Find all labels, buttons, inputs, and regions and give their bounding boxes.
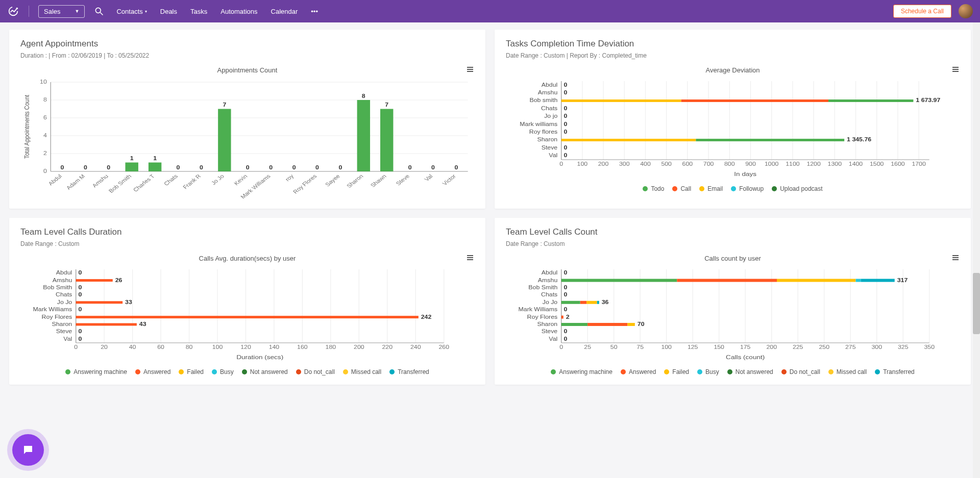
nav-tabs: Contacts▾ Deals Tasks Automations Calend…	[116, 8, 317, 15]
svg-rect-246	[561, 316, 564, 319]
app-logo-icon[interactable]	[7, 5, 19, 17]
svg-text:Roy Flores: Roy Flores	[527, 314, 558, 320]
svg-rect-241	[597, 301, 599, 304]
svg-text:150: 150	[714, 344, 724, 350]
svg-text:6: 6	[43, 115, 47, 120]
svg-text:0: 0	[564, 153, 568, 158]
svg-text:Chats: Chats	[541, 292, 558, 297]
chart-title: Calls Avg. duration(secs) by user	[20, 255, 474, 262]
legend-entry[interactable]: Todo	[643, 185, 664, 192]
svg-text:900: 900	[745, 161, 756, 167]
legend-color-dot	[343, 369, 348, 374]
svg-text:Amshu: Amshu	[538, 90, 557, 95]
svg-text:0: 0	[177, 165, 180, 170]
legend-entry[interactable]: Do not_call	[296, 368, 335, 375]
nav-tab-automations[interactable]: Automations	[220, 8, 257, 15]
legend-entry[interactable]: Answering machine	[551, 368, 612, 375]
svg-text:0: 0	[79, 307, 82, 312]
legend-entry[interactable]: Busy	[212, 368, 234, 375]
svg-text:100: 100	[661, 344, 672, 350]
legend-label: Call	[680, 185, 691, 192]
legend-entry[interactable]: Missed call	[828, 368, 867, 375]
svg-text:Sharon: Sharon	[537, 321, 557, 327]
svg-text:Roy Flores: Roy Flores	[42, 314, 72, 320]
svg-text:200: 200	[598, 161, 609, 167]
svg-text:0: 0	[74, 344, 78, 350]
module-selector[interactable]: Sales ▼	[38, 5, 85, 18]
nav-divider	[29, 6, 29, 17]
svg-rect-110	[561, 99, 681, 102]
legend-entry[interactable]: Followup	[731, 185, 764, 192]
svg-text:275: 275	[845, 344, 856, 350]
search-icon[interactable]	[94, 6, 104, 16]
legend-entry[interactable]: Email	[699, 185, 723, 192]
legend-entry[interactable]: Not answered	[242, 368, 288, 375]
svg-text:0: 0	[79, 329, 82, 334]
svg-text:Chats: Chats	[162, 173, 179, 186]
legend-label: Missed call	[837, 368, 867, 375]
legend-label: Answering machine	[74, 368, 127, 375]
svg-text:Mark williams: Mark williams	[520, 121, 557, 127]
legend-entry[interactable]: Transferred	[389, 368, 429, 375]
chart-legend: Answering machineAnsweredFailedBusyNot a…	[506, 368, 960, 375]
nav-tab-calendar[interactable]: Calendar	[271, 8, 298, 15]
chevron-down-icon: ▼	[75, 9, 80, 14]
legend-entry[interactable]: Failed	[664, 368, 689, 375]
svg-text:0: 0	[107, 165, 110, 170]
chart-menu-icon[interactable]	[466, 65, 474, 75]
legend-entry[interactable]: Busy	[697, 368, 719, 375]
schedule-call-button[interactable]: Schedule a Call	[893, 5, 951, 18]
svg-text:0: 0	[564, 292, 568, 297]
svg-rect-27	[125, 163, 138, 172]
svg-text:0: 0	[84, 165, 87, 170]
legend-entry[interactable]: Missed call	[343, 368, 381, 375]
card-subtitle: Duration : | From : 02/06/2019 | To : 05…	[20, 52, 474, 59]
legend-color-dot	[699, 186, 704, 191]
legend-color-dot	[643, 186, 648, 191]
svg-rect-231	[861, 279, 895, 282]
legend-entry[interactable]: Call	[672, 185, 691, 192]
svg-text:Bob Smith: Bob Smith	[107, 173, 133, 194]
legend-entry[interactable]: Transferred	[875, 368, 915, 375]
legend-entry[interactable]: Answered	[621, 368, 656, 375]
legend-entry[interactable]: Upload podcast	[772, 185, 822, 192]
legend-entry[interactable]: Failed	[179, 368, 204, 375]
chart-menu-icon[interactable]	[466, 254, 474, 263]
legend-color-dot	[772, 186, 777, 191]
nav-tab-tasks[interactable]: Tasks	[190, 8, 207, 15]
card-subtitle: Date Range : Custom	[506, 240, 960, 247]
scrollbar-thumb[interactable]	[973, 273, 980, 334]
svg-rect-230	[856, 279, 861, 282]
nav-tab-deals[interactable]: Deals	[160, 8, 177, 15]
nav-tab-contacts[interactable]: Contacts▾	[116, 8, 146, 15]
legend-label: Transferred	[398, 368, 429, 375]
scrollbar-track[interactable]	[973, 22, 980, 478]
svg-text:325: 325	[898, 344, 909, 350]
legend-entry[interactable]: Answered	[135, 368, 170, 375]
svg-text:1600: 1600	[891, 161, 904, 167]
legend-color-dot	[727, 369, 732, 374]
user-avatar[interactable]	[959, 4, 973, 18]
svg-text:0: 0	[79, 336, 82, 342]
card-title: Team Level Calls Duration	[20, 227, 474, 237]
legend-color-dot	[212, 369, 217, 374]
svg-text:300: 300	[619, 161, 630, 167]
chat-fab-button[interactable]	[12, 434, 44, 466]
legend-entry[interactable]: Not answered	[727, 368, 773, 375]
nav-more-icon[interactable]: •••	[311, 8, 318, 15]
legend-color-dot	[296, 369, 301, 374]
svg-text:0: 0	[61, 165, 64, 170]
svg-text:Val: Val	[549, 153, 557, 158]
card-calls-duration: Team Level Calls Duration Date Range : C…	[9, 218, 485, 385]
chart-menu-icon[interactable]	[951, 65, 960, 75]
svg-text:0: 0	[564, 106, 568, 111]
chart-duration: 020406080100120140160180200220240260Dura…	[20, 265, 474, 362]
chart-title: Appointments Count	[20, 66, 474, 74]
card-subtitle: Date Range : Custom | Report By : Comple…	[506, 52, 960, 59]
chart-menu-icon[interactable]	[951, 254, 960, 263]
svg-text:Roy Flores: Roy Flores	[292, 173, 318, 194]
legend-entry[interactable]: Answering machine	[65, 368, 127, 375]
legend-color-dot	[179, 369, 184, 374]
legend-entry[interactable]: Do not_call	[781, 368, 820, 375]
legend-label: Upload podcast	[780, 185, 822, 192]
